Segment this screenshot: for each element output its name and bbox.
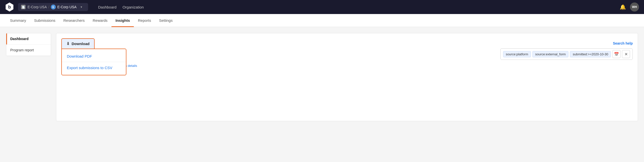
results-text: 38 results matching search View submissi… [61, 64, 633, 68]
nav-link-dashboard[interactable]: Dashboard [98, 5, 116, 9]
search-help-area: Search help source:platform source:exter… [500, 38, 633, 60]
download-dropdown-menu: Download PDF Export submissions to CSV [61, 49, 126, 75]
navbar-left: b 📄 E-Corp USA / E E-Corp USA ▾ Dashboar… [5, 3, 144, 12]
toolbar-row: ⬇ Download Download PDF Export submissio… [61, 38, 633, 60]
tab-researchers[interactable]: Researchers [59, 14, 89, 27]
download-button[interactable]: ⬇ Download [61, 38, 95, 49]
tab-insights[interactable]: Insights [111, 14, 134, 27]
dropdown-separator [62, 62, 126, 62]
sidebar-item-program-report[interactable]: Program report [6, 45, 51, 56]
filter-tag-1[interactable]: source:external_form [532, 51, 568, 57]
tab-reports[interactable]: Reports [134, 14, 155, 27]
calendar-button[interactable]: 📅 [612, 50, 620, 58]
breadcrumb-current: E E-Corp USA [51, 5, 77, 10]
avatar[interactable]: WH [630, 3, 639, 12]
sidebar: Dashboard Program report [6, 33, 51, 56]
filter-tag-0[interactable]: source:platform [503, 51, 531, 57]
search-help-link[interactable]: Search help [613, 38, 633, 45]
breadcrumb-separator: / [48, 5, 49, 9]
tab-settings[interactable]: Settings [155, 14, 177, 27]
filter-bar: source:platform source:external_form sub… [500, 48, 633, 60]
download-button-label: Download [72, 42, 90, 46]
export-csv-item[interactable]: Export submissions to CSV [62, 63, 126, 73]
page-icon: 📄 [21, 5, 26, 9]
breadcrumb-text: E-Corp USA / E E-Corp USA [28, 5, 77, 10]
tab-summary[interactable]: Summary [6, 14, 30, 27]
org-icon: E [51, 5, 56, 10]
clear-filters-button[interactable]: ✕ [622, 50, 630, 58]
navbar-right: 🔔 WH [620, 3, 639, 12]
nav-links: Dashboard Organization [98, 5, 144, 9]
breadcrumb-parent: E-Corp USA [28, 5, 47, 9]
filter-tags-row: source:platform source:external_form sub… [503, 51, 612, 57]
toolbar-left: ⬇ Download Download PDF Export submissio… [61, 38, 95, 49]
download-icon: ⬇ [66, 41, 70, 46]
logo-icon[interactable]: b [5, 3, 14, 12]
breadcrumb-chevron-icon[interactable]: ▾ [81, 5, 82, 9]
nav-link-organization[interactable]: Organization [122, 5, 144, 9]
tab-bar: Summary Submissions Researchers Rewards … [0, 14, 644, 27]
notifications-bell-icon[interactable]: 🔔 [620, 4, 626, 10]
calendar-icon: 📅 [614, 52, 619, 57]
download-pdf-item[interactable]: Download PDF [62, 51, 126, 61]
clear-icon: ✕ [624, 52, 628, 57]
filter-actions: 📅 ✕ [612, 50, 630, 58]
main-content: Dashboard Program report ⬇ Download Down… [0, 27, 644, 127]
filter-tag-2[interactable]: submitted:>=2020-10-30 [570, 51, 611, 57]
content-area: ⬇ Download Download PDF Export submissio… [56, 33, 638, 121]
breadcrumb[interactable]: 📄 E-Corp USA / E E-Corp USA ▾ [18, 3, 88, 11]
tab-submissions[interactable]: Submissions [30, 14, 59, 27]
tab-rewards[interactable]: Rewards [89, 14, 111, 27]
top-navbar: b 📄 E-Corp USA / E E-Corp USA ▾ Dashboar… [0, 0, 644, 14]
sidebar-item-dashboard[interactable]: Dashboard [6, 33, 51, 45]
